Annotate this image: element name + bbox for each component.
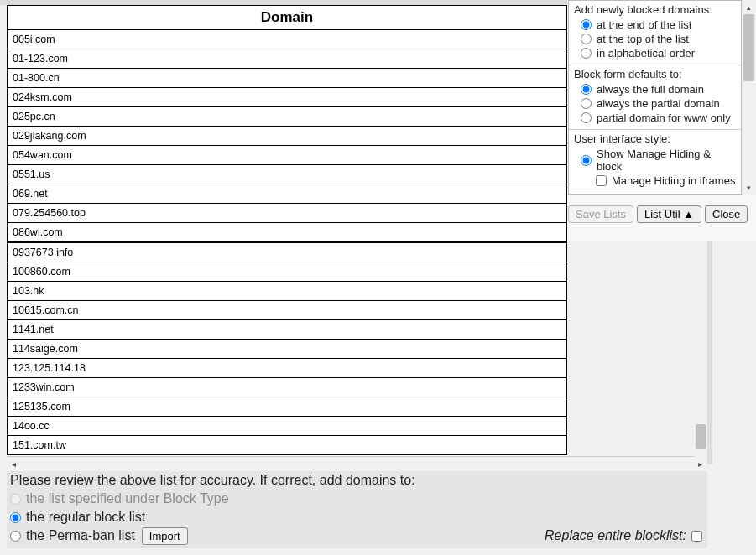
table-row[interactable]: 100860.com bbox=[8, 262, 567, 282]
radio-permaban-list[interactable]: the Perma-ban list bbox=[10, 526, 135, 545]
table-row[interactable]: 069.net bbox=[8, 184, 567, 204]
domain-cell: 01-800.cn bbox=[8, 69, 567, 88]
replace-blocklist-checkbox[interactable] bbox=[691, 531, 702, 542]
domain-column-header: Domain bbox=[8, 6, 567, 30]
radio-add-top[interactable]: at the top of the list bbox=[572, 32, 738, 46]
table-row[interactable]: 086wl.com bbox=[8, 223, 567, 242]
group-ui-style-title: User interface style: bbox=[572, 132, 738, 147]
checkbox-manage-hiding-iframes[interactable]: Manage Hiding in iframes bbox=[572, 174, 738, 188]
table-row[interactable]: 079.254560.top bbox=[8, 204, 567, 223]
scroll-down-icon[interactable]: ▾ bbox=[742, 180, 756, 195]
group-ui-style: User interface style: Show Manage Hiding… bbox=[569, 130, 741, 192]
domain-cell: 025pc.cn bbox=[8, 107, 567, 127]
radio-show-manage-hiding[interactable]: Show Manage Hiding & block bbox=[572, 147, 738, 174]
vertical-scrollbar-thumb[interactable] bbox=[696, 424, 706, 449]
domain-cell: 054wan.com bbox=[8, 146, 567, 165]
scroll-left-icon[interactable]: ◂ bbox=[7, 457, 21, 471]
domain-cell: 086wl.com bbox=[8, 223, 567, 242]
table-row[interactable]: 005i.com bbox=[8, 30, 567, 49]
close-button[interactable]: Close bbox=[705, 205, 748, 223]
table-row[interactable]: 029jiakang.com bbox=[8, 127, 567, 146]
domain-cell: 0937673.info bbox=[8, 243, 567, 262]
table-row[interactable]: 024ksm.com bbox=[8, 88, 567, 107]
radio-list-blocktype: the list specified under Block Type bbox=[10, 490, 704, 508]
scroll-up-icon[interactable]: ▴ bbox=[742, 0, 756, 14]
import-panel: Please review the above list for accurac… bbox=[7, 471, 707, 548]
radio-partial-domain[interactable]: always the partial domain bbox=[572, 96, 738, 111]
domain-cell: 024ksm.com bbox=[8, 88, 567, 107]
table-row[interactable]: 14oo.cc bbox=[8, 417, 567, 436]
domain-cell: 125135.com bbox=[8, 397, 567, 417]
domain-cell: 1233win.com bbox=[8, 378, 567, 397]
radio-add-alpha[interactable]: in alphabetical order bbox=[572, 46, 738, 60]
table-row[interactable]: 054wan.com bbox=[8, 146, 567, 165]
domain-cell: 069.net bbox=[8, 184, 567, 204]
list-util-button[interactable]: List Util ▲ bbox=[637, 205, 701, 223]
radio-regular-blocklist[interactable]: the regular block list bbox=[10, 508, 704, 526]
domain-cell: 151.com.tw bbox=[8, 436, 567, 455]
radio-partial-www[interactable]: partial domain for www only bbox=[572, 111, 738, 125]
table-row[interactable]: 125135.com bbox=[8, 397, 567, 417]
table-row[interactable]: 0551.us bbox=[8, 165, 567, 184]
table-row[interactable]: 1233win.com bbox=[8, 378, 567, 397]
domain-table-container: Domain 005i.com01-123.com01-800.cn024ksm… bbox=[7, 5, 567, 458]
group-block-form-title: Block form defaults to: bbox=[572, 67, 738, 82]
domain-cell: 079.254560.top bbox=[8, 204, 567, 223]
domain-cell: 0551.us bbox=[8, 165, 567, 184]
save-lists-button: Save Lists bbox=[568, 205, 633, 223]
settings-vertical-scrollbar[interactable]: ▴ ▾ bbox=[742, 0, 756, 195]
group-block-form: Block form defaults to: always the full … bbox=[569, 65, 741, 130]
table-row[interactable]: 151.com.tw bbox=[8, 436, 567, 455]
horizontal-scrollbar[interactable]: ◂ ▸ bbox=[7, 456, 707, 470]
replace-blocklist-label: Replace entire blocklist: bbox=[545, 528, 686, 543]
review-instruction: Please review the above list for accurac… bbox=[10, 473, 704, 488]
settings-scrollbar-thumb[interactable] bbox=[743, 14, 754, 81]
table-row[interactable]: 01-800.cn bbox=[8, 69, 567, 88]
replace-blocklist-option[interactable]: Replace entire blocklist: bbox=[545, 528, 702, 543]
side-border-strip bbox=[707, 241, 712, 464]
domain-cell: 029jiakang.com bbox=[8, 127, 567, 146]
group-add-position: Add newly blocked domains: at the end of… bbox=[569, 1, 741, 65]
import-button[interactable]: Import bbox=[142, 527, 188, 545]
radio-add-end[interactable]: at the end of the list bbox=[572, 18, 738, 32]
table-row[interactable]: 01-123.com bbox=[8, 49, 567, 69]
domain-cell: 114saige.com bbox=[8, 340, 567, 359]
table-row[interactable]: 025pc.cn bbox=[8, 107, 567, 127]
domain-table-top: Domain 005i.com01-123.com01-800.cn024ksm… bbox=[7, 5, 567, 242]
table-row[interactable]: 114saige.com bbox=[8, 340, 567, 359]
domain-table-bottom: 0937673.info100860.com103.hk10615.com.cn… bbox=[7, 242, 567, 455]
table-row[interactable]: 123.125.114.18 bbox=[8, 359, 567, 378]
table-row[interactable]: 1141.net bbox=[8, 320, 567, 340]
domain-cell: 14oo.cc bbox=[8, 417, 567, 436]
table-row[interactable]: 0937673.info bbox=[8, 243, 567, 262]
group-add-position-title: Add newly blocked domains: bbox=[572, 3, 738, 18]
domain-cell: 005i.com bbox=[8, 30, 567, 49]
table-row[interactable]: 103.hk bbox=[8, 282, 567, 301]
scroll-right-icon[interactable]: ▸ bbox=[693, 457, 707, 471]
radio-full-domain[interactable]: always the full domain bbox=[572, 82, 738, 96]
button-row: Save Lists List Util ▲ Close bbox=[568, 205, 754, 231]
domain-cell: 1141.net bbox=[8, 320, 567, 340]
domain-cell: 123.125.114.18 bbox=[8, 359, 567, 378]
table-row[interactable]: 10615.com.cn bbox=[8, 301, 567, 320]
domain-cell: 103.hk bbox=[8, 282, 567, 301]
domain-cell: 10615.com.cn bbox=[8, 301, 567, 320]
domain-cell: 100860.com bbox=[8, 262, 567, 282]
settings-panel: Add newly blocked domains: at the end of… bbox=[568, 0, 742, 195]
domain-cell: 01-123.com bbox=[8, 49, 567, 69]
